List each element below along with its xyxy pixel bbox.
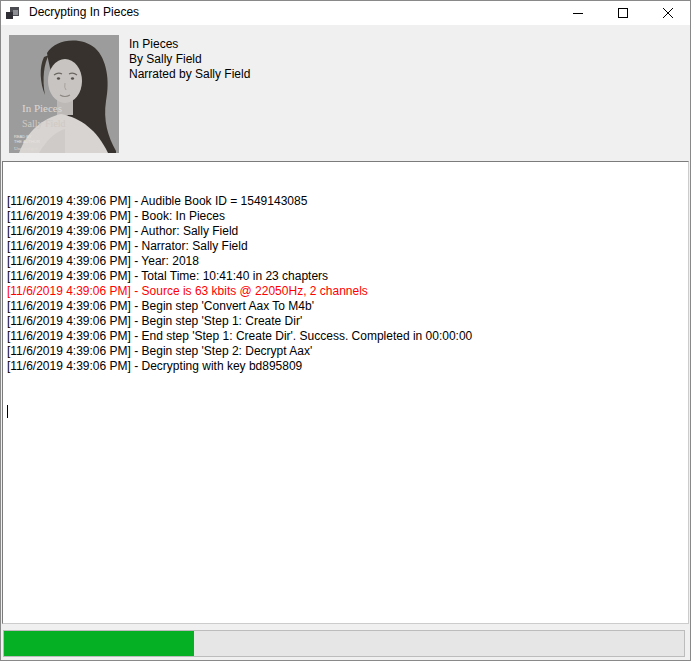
log-line: [11/6/2019 4:39:06 PM] - Narrator: Sally… <box>7 239 684 254</box>
progress-fill <box>4 631 194 656</box>
close-button[interactable] <box>645 1 690 25</box>
log-line: [11/6/2019 4:39:06 PM] - Decrypting with… <box>7 359 684 374</box>
progress-bar <box>3 630 685 657</box>
book-narrator: Narrated by Sally Field <box>129 67 250 82</box>
maximize-button[interactable] <box>600 1 645 25</box>
text-caret <box>7 405 8 418</box>
log-line: [11/6/2019 4:39:06 PM] - Year: 2018 <box>7 254 684 269</box>
log-line: [11/6/2019 4:39:06 PM] - Author: Sally F… <box>7 224 684 239</box>
cover-title-text: In Pieces <box>22 102 62 114</box>
app-window-icon <box>5 6 21 21</box>
minimize-button[interactable] <box>555 1 600 25</box>
log-line: [11/6/2019 4:39:06 PM] - Total Time: 10:… <box>7 269 684 284</box>
book-title: In Pieces <box>129 37 250 52</box>
book-author: By Sally Field <box>129 52 250 67</box>
cover-edition-text: Unabridged <box>14 146 38 151</box>
log-line: [11/6/2019 4:39:06 PM] - Audible Book ID… <box>7 194 684 209</box>
cover-art: In Pieces Sally Field READ BY THE AUTHOR… <box>9 35 119 153</box>
cover-readby-line2: THE AUTHOR <box>14 139 40 144</box>
window-title: Decrypting In Pieces <box>29 5 139 19</box>
log-line: [11/6/2019 4:39:06 PM] - Source is 63 kb… <box>7 284 684 299</box>
log-lines: [11/6/2019 4:39:06 PM] - Audible Book ID… <box>7 194 684 374</box>
book-cover-image: In Pieces Sally Field READ BY THE AUTHOR… <box>9 35 119 153</box>
app-window: Decrypting In Pieces <box>0 0 691 661</box>
log-line: [11/6/2019 4:39:06 PM] - Begin step 'Ste… <box>7 344 684 359</box>
titlebar[interactable]: Decrypting In Pieces <box>1 1 690 25</box>
maximize-icon <box>618 8 628 18</box>
log-line: [11/6/2019 4:39:06 PM] - Book: In Pieces <box>7 209 684 224</box>
log-line: [11/6/2019 4:39:06 PM] - Begin step 'Ste… <box>7 314 684 329</box>
log-line: [11/6/2019 4:39:06 PM] - End step 'Step … <box>7 329 684 344</box>
book-info: In Pieces By Sally Field Narrated by Sal… <box>129 37 250 82</box>
cover-author-text: Sally Field <box>22 118 66 129</box>
minimize-icon <box>573 8 583 18</box>
close-icon <box>663 8 673 18</box>
log-textbox[interactable]: [11/6/2019 4:39:06 PM] - Audible Book ID… <box>2 161 689 624</box>
log-line: [11/6/2019 4:39:06 PM] - Begin step 'Con… <box>7 299 684 314</box>
